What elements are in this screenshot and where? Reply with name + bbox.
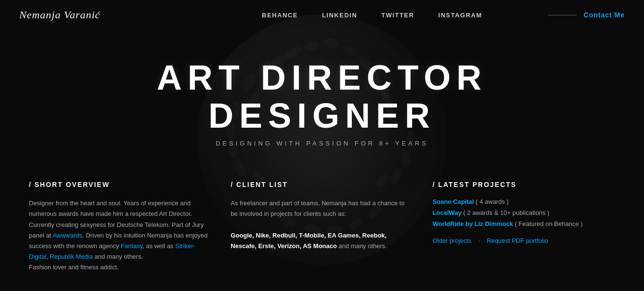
short-overview-header: / SHORT OVERVIEW [29, 181, 211, 188]
contact-area: Contact Me [548, 11, 625, 19]
contact-divider [548, 15, 577, 15]
short-overview-col: / SHORT OVERVIEW Designer from the heart… [29, 181, 211, 273]
latest-projects-header: / LATEST PROJECTS [433, 181, 615, 188]
list-item: WorldRide by Liz Dimmock ( Featured on B… [433, 220, 615, 227]
hero-tagline: DESIGNING WITH PASSION FOR 8+ YEARS [0, 140, 644, 147]
awwwards-link[interactable]: Awwwards [52, 232, 82, 239]
republik-media-link[interactable]: Republik Media [50, 253, 93, 260]
latest-projects-col: / LATEST PROJECTS Soane Capital ( 4 awar… [433, 181, 615, 273]
client-names-rest: and many others. [337, 242, 387, 250]
logo-text: Nemanja Varanić [19, 9, 100, 21]
nav-item-twitter[interactable]: TWITTER [381, 11, 414, 19]
nav-item-behance[interactable]: BEHANCE [262, 11, 298, 19]
list-item: LocalWay ( 2 awards & 10+ publications ) [433, 209, 615, 216]
project-link-worldride[interactable]: WorldRide by Liz Dimmock [433, 220, 513, 227]
short-overview-body: Designer from the heart and soul. Years … [29, 198, 211, 273]
nav-link-behance[interactable]: BEHANCE [262, 12, 298, 19]
project-meta-localway: ( 2 awards & 10+ publications ) [462, 209, 549, 216]
footer-separator: - [478, 237, 480, 244]
client-list-body: As freelancer and part of teams, Nemanja… [231, 198, 413, 251]
list-item: Soane Capital ( 4 awards ) [433, 198, 615, 205]
nav-link-instagram[interactable]: INSTAGRAM [438, 12, 482, 19]
project-link-localway[interactable]: LocalWay [433, 209, 462, 216]
project-meta-worldride: ( Featured on Behance ) [513, 220, 583, 227]
nav-links: BEHANCE LINKEDIN TWITTER INSTAGRAM [262, 11, 482, 19]
content-columns: / SHORT OVERVIEW Designer from the heart… [0, 166, 644, 273]
pdf-portfolio-link[interactable]: Request PDF portfolio [487, 237, 548, 244]
client-list-intro: As freelancer and part of teams, Nemanja… [231, 199, 404, 217]
main-nav: Nemanja Varanić BEHANCE LINKEDIN TWITTER… [0, 0, 644, 30]
nav-link-twitter[interactable]: TWITTER [381, 12, 414, 19]
project-link-soane[interactable]: Soane Capital [433, 198, 474, 205]
nav-item-linkedin[interactable]: LINKEDIN [322, 11, 357, 19]
project-list: Soane Capital ( 4 awards ) LocalWay ( 2 … [433, 198, 615, 227]
client-list-col: / CLIENT LIST As freelancer and part of … [231, 181, 413, 273]
project-meta-soane: ( 4 awards ) [474, 198, 509, 205]
fantasy-link[interactable]: Fantasy [121, 242, 142, 250]
hero-title-line2: DESIGNER [0, 97, 644, 135]
logo[interactable]: Nemanja Varanić [19, 9, 100, 21]
hero-title-line1: ART DIRECTOR [0, 59, 644, 97]
nav-link-linkedin[interactable]: LINKEDIN [322, 12, 357, 19]
contact-button[interactable]: Contact Me [584, 11, 625, 19]
hero-section: ART DIRECTOR DESIGNER DESIGNING WITH PAS… [0, 30, 644, 161]
older-projects-link[interactable]: Older projects [433, 237, 472, 244]
project-footer: Older projects - Request PDF portfolio [433, 237, 615, 244]
client-list-header: / CLIENT LIST [231, 181, 413, 188]
nav-item-instagram[interactable]: INSTAGRAM [438, 11, 482, 19]
